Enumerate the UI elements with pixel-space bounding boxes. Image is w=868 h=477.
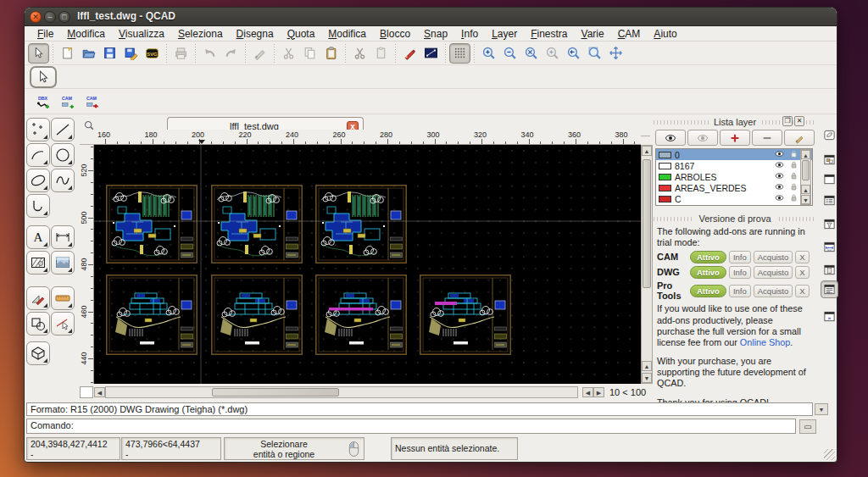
menu-file[interactable]: File	[31, 27, 59, 41]
dbx-script-button[interactable]: DBX	[31, 91, 53, 113]
scroll-right-button[interactable]: ▶	[593, 387, 604, 397]
save-as-button[interactable]	[120, 43, 142, 64]
new-file-button[interactable]	[57, 43, 78, 64]
layer-panel-float-button[interactable]: ❐	[782, 116, 793, 126]
line-tools-button[interactable]	[51, 118, 75, 141]
layer-scroll-up-2[interactable]: ▲	[801, 185, 810, 194]
window-minimize-button[interactable]: –	[44, 11, 56, 23]
menu-layer[interactable]: Layer	[486, 27, 523, 41]
scroll-left-button-2[interactable]: ◀	[582, 387, 593, 397]
spline-tools-button[interactable]	[51, 169, 75, 192]
command-history-toggle[interactable]	[821, 280, 838, 298]
layer-lock-icon[interactable]	[789, 171, 800, 182]
layer-panel-close-button[interactable]: ✕	[794, 116, 804, 126]
layer-list-scrollbar[interactable]: ▲ ▲ ▼	[800, 149, 811, 205]
layer-visibility-icon[interactable]	[775, 204, 786, 206]
layer-row-COTAS[interactable]: COTAS	[656, 204, 812, 206]
scroll-up-button-2[interactable]: ▲	[642, 361, 652, 371]
layer-visibility-icon[interactable]	[775, 160, 786, 171]
sheet-plan-3[interactable]	[316, 186, 406, 263]
layer-lock-icon[interactable]	[789, 149, 800, 160]
save-file-button[interactable]	[99, 43, 120, 64]
canvas-vertical-scrollbar[interactable]: ▲ ▲ ▼	[641, 145, 653, 384]
layer-row-C[interactable]: C	[656, 193, 812, 204]
drawing-canvas[interactable]	[94, 145, 641, 384]
addon-buy-button[interactable]: Acquisto	[754, 251, 793, 263]
sheet-elevation-2[interactable]	[212, 275, 302, 354]
canvas-horizontal-scrollbar[interactable]	[105, 386, 578, 398]
point-tools-button[interactable]	[26, 118, 50, 141]
layer-visibility-icon[interactable]	[775, 171, 786, 182]
addon-buy-button[interactable]: Acquisto	[754, 266, 793, 279]
layer-lock-icon[interactable]	[789, 160, 800, 171]
clipboard-panel-toggle[interactable]	[821, 261, 838, 279]
menu-visualizza[interactable]: Visualizza	[113, 27, 170, 41]
layer-lock-icon[interactable]	[789, 182, 800, 193]
menu-seleziona[interactable]: Seleziona	[172, 27, 229, 41]
zoom-pan-button[interactable]	[605, 43, 626, 64]
zoom-selection-button[interactable]	[542, 43, 563, 64]
text-tool-button[interactable]: A	[26, 225, 50, 249]
selection-filter-toggle[interactable]	[821, 215, 838, 233]
menu-info[interactable]: Info	[455, 27, 484, 41]
undo-button[interactable]	[199, 43, 220, 64]
addon-close-button[interactable]: X	[795, 266, 809, 279]
zoom-window-button[interactable]	[584, 43, 605, 64]
addon-buy-button[interactable]: Acquisto	[754, 285, 793, 297]
scroll-left-button[interactable]: ◀	[94, 387, 105, 397]
zoom-in-button[interactable]	[478, 43, 499, 64]
block-list-toggle[interactable]	[821, 151, 838, 169]
layer-visibility-icon[interactable]	[775, 182, 786, 193]
window-maximize-button[interactable]: □	[58, 11, 70, 23]
menu-varie[interactable]: Varie	[576, 27, 610, 41]
layer-visibility-icon[interactable]	[775, 193, 786, 204]
sheet-section-2[interactable]	[420, 275, 510, 354]
grid-toggle-button[interactable]	[449, 43, 470, 64]
property-editor-toggle[interactable]	[821, 126, 838, 144]
command-options-button[interactable]: ▭	[799, 419, 816, 434]
layer-scroll-down[interactable]: ▼	[801, 195, 810, 204]
edit-layer-button[interactable]	[784, 130, 815, 146]
layer-visibility-icon[interactable]	[775, 149, 786, 160]
copy-button[interactable]	[299, 43, 320, 64]
zoom-previous-button[interactable]	[563, 43, 584, 64]
scroll-down-button[interactable]: ▼	[642, 373, 652, 383]
menu-modifica[interactable]: Modifica	[61, 27, 111, 41]
scroll-up-button[interactable]: ▲	[642, 146, 652, 156]
ellipse-tools-button[interactable]	[26, 169, 50, 192]
addon-info-button[interactable]: Info	[729, 251, 751, 263]
image-tool-button[interactable]	[51, 251, 75, 275]
menu-modifica-2[interactable]: Modifica	[322, 27, 372, 41]
measure-tools-button[interactable]	[26, 286, 50, 310]
modify-tools-button[interactable]	[26, 312, 50, 336]
addon-info-button[interactable]: Info	[729, 285, 751, 297]
layer-lock-icon[interactable]	[789, 193, 800, 204]
dimension-panel-toggle[interactable]: [==]	[821, 238, 838, 256]
titlebar[interactable]: ✕ – □ lffl_test.dwg - QCAD	[25, 8, 837, 26]
menu-disegna[interactable]: Disegna	[231, 27, 280, 41]
layer-row-8167[interactable]: 8167	[656, 160, 812, 171]
add-layer-button[interactable]	[720, 130, 750, 146]
menu-cam[interactable]: CAM	[612, 27, 647, 41]
remove-layer-button[interactable]	[752, 130, 782, 146]
select-tool-button[interactable]	[30, 66, 57, 88]
svg-export-button[interactable]: SVG	[142, 43, 163, 64]
edit-pen-button[interactable]	[249, 43, 270, 64]
more-panels-toggle[interactable]: »	[821, 308, 838, 325]
open-file-button[interactable]	[78, 43, 99, 64]
layer-row-ARBOLES[interactable]: ARBOLES	[656, 171, 812, 182]
sheet-plan-1[interactable]	[107, 186, 197, 263]
dimension-tools-button[interactable]	[51, 225, 75, 249]
cut-reference-button[interactable]	[349, 43, 370, 64]
show-all-layers-button[interactable]	[655, 130, 686, 146]
layer-scroll-thumb[interactable]	[802, 160, 810, 180]
menu-finestra[interactable]: Finestra	[525, 27, 573, 41]
cam-reexport-button[interactable]: CAM	[81, 91, 103, 113]
addon-close-button[interactable]: X	[795, 251, 809, 263]
layer-scroll-up[interactable]: ▲	[801, 150, 810, 159]
zoom-out-button[interactable]	[499, 43, 520, 64]
layer-list[interactable]: 08167ARBOLESAREAS_VERDESCCOTAS	[655, 148, 813, 206]
format-dropdown-button[interactable]: ▼	[815, 403, 828, 415]
sheet-plan-2[interactable]	[212, 186, 302, 263]
paste-reference-button[interactable]	[370, 43, 392, 64]
